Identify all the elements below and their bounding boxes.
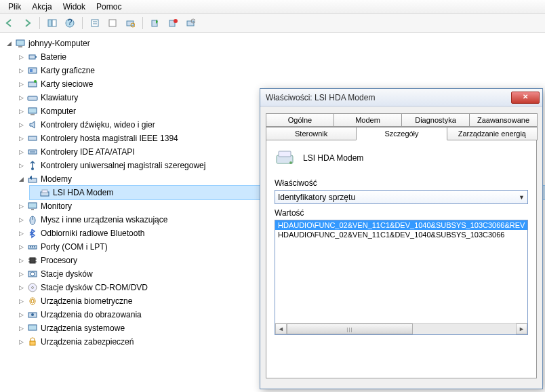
property-combo[interactable]: Identyfikatory sprzętu ▼: [275, 190, 528, 204]
tab[interactable]: Szczegóły: [356, 127, 447, 140]
expand-icon[interactable]: ▷: [18, 159, 24, 172]
tree-label: Modemy: [41, 173, 72, 185]
list-item[interactable]: HDAUDIO\FUNC_02&VEN_11C1&DEV_1040&SUBSYS…: [275, 220, 527, 230]
tree-node[interactable]: ▷Baterie: [18, 50, 545, 64]
dialog-title: Właściwości: LSI HDA Modem: [266, 93, 511, 102]
update-driver-icon[interactable]: [106, 16, 119, 30]
tab[interactable]: Diagnostyka: [401, 113, 470, 127]
value-label: Wartość: [275, 208, 528, 218]
expand-icon[interactable]: ▷: [18, 214, 24, 226]
device-category-icon: [27, 336, 38, 347]
properties-icon[interactable]: [88, 16, 102, 30]
menu-view[interactable]: Widok: [58, 1, 91, 13]
property-value: Identyfikatory sprzętu: [278, 193, 355, 202]
scroll-thumb[interactable]: |||: [287, 324, 413, 334]
svg-rect-7: [109, 20, 116, 26]
expand-icon[interactable]: ▷: [18, 105, 24, 117]
expand-icon[interactable]: ▷: [18, 336, 24, 348]
svg-point-12: [174, 19, 178, 23]
svg-point-22: [34, 80, 37, 83]
disable-icon[interactable]: [166, 16, 180, 30]
expand-icon[interactable]: ▷: [18, 295, 24, 307]
svg-point-40: [34, 246, 35, 248]
device-name: LSI HDA Modem: [303, 153, 363, 163]
tab[interactable]: Zarządzanie energią: [447, 127, 538, 140]
properties-dialog: Właściwości: LSI HDA Modem ✕ OgólneModem…: [260, 88, 543, 389]
device-category-icon: [27, 146, 38, 157]
tree-label: Karty graficzne: [41, 64, 95, 77]
expand-icon[interactable]: ▷: [18, 51, 24, 63]
scroll-track[interactable]: |||: [287, 324, 516, 334]
menu-action[interactable]: Akcja: [26, 1, 57, 13]
expand-icon[interactable]: ◢: [5, 37, 12, 50]
tab[interactable]: Zaawansowane: [469, 113, 538, 127]
svg-rect-20: [30, 69, 33, 72]
menu-help[interactable]: Pomoc: [91, 1, 127, 13]
svg-text:?: ?: [68, 18, 73, 27]
svg-rect-1: [52, 20, 56, 26]
tree-label: Baterie: [41, 51, 66, 63]
enable-icon[interactable]: [148, 16, 162, 30]
scroll-right-button[interactable]: ►: [516, 324, 527, 334]
tree-label: LSI HDA Modem: [53, 187, 113, 199]
expand-icon[interactable]: ▷: [18, 119, 24, 131]
forward-icon[interactable]: [20, 16, 34, 30]
svg-rect-34: [31, 209, 34, 210]
tree-label: Urządzenia biometryczne: [41, 295, 132, 307]
device-category-icon: [27, 79, 38, 90]
expand-icon[interactable]: ▷: [18, 241, 24, 253]
expand-icon[interactable]: ▷: [18, 281, 24, 294]
close-button[interactable]: ✕: [511, 92, 540, 104]
device-category-icon: [27, 241, 38, 252]
svg-rect-54: [28, 325, 37, 330]
device-category-icon: [27, 282, 38, 293]
expand-icon[interactable]: ◢: [18, 173, 24, 185]
expand-icon[interactable]: ▷: [18, 200, 24, 212]
tree-label: Kontrolery dźwięku, wideo i gier: [41, 119, 155, 131]
svg-rect-18: [35, 56, 37, 58]
device-category-icon: [27, 214, 38, 225]
tree-label: Kontrolery IDE ATA/ATAPI: [41, 146, 135, 158]
tree-root[interactable]: ◢ johnyy-Komputer: [5, 37, 545, 50]
value-listbox[interactable]: HDAUDIO\FUNC_02&VEN_11C1&DEV_1040&SUBSYS…: [275, 220, 528, 335]
svg-rect-21: [28, 82, 37, 87]
expand-icon[interactable]: ▷: [18, 268, 24, 280]
back-icon[interactable]: [3, 16, 16, 30]
expand-icon[interactable]: ▷: [18, 132, 24, 144]
tree-label: Monitory: [41, 200, 72, 212]
expand-icon[interactable]: ▷: [18, 78, 24, 90]
svg-rect-32: [42, 190, 47, 193]
tab[interactable]: Sterownik: [266, 127, 357, 140]
help-icon[interactable]: ?: [63, 16, 77, 30]
scan-hardware-icon[interactable]: [123, 16, 137, 30]
tree-label: Kontrolery uniwersalnej magistrali szere…: [41, 159, 205, 172]
expand-icon[interactable]: ▷: [18, 322, 24, 334]
modem-device-icon: [39, 187, 50, 198]
tab-container: OgólneModemDiagnostykaZaawansowane Stero…: [266, 113, 537, 378]
dialog-titlebar[interactable]: Właściwości: LSI HDA Modem ✕: [260, 89, 542, 106]
device-category-icon: [27, 269, 38, 279]
uninstall-icon[interactable]: [184, 16, 197, 30]
horizontal-scrollbar[interactable]: ◄ ||| ►: [275, 323, 527, 334]
show-hide-tree-icon[interactable]: [45, 16, 59, 30]
svg-rect-30: [28, 178, 37, 182]
expand-icon[interactable]: ▷: [18, 309, 24, 321]
svg-rect-23: [28, 96, 37, 100]
tab[interactable]: Ogólne: [266, 113, 334, 127]
expand-icon[interactable]: ▷: [18, 64, 24, 77]
expand-icon[interactable]: ▷: [18, 227, 24, 239]
expand-icon[interactable]: ▷: [18, 92, 24, 104]
computer-icon: [15, 38, 26, 49]
svg-rect-17: [29, 55, 35, 59]
tab[interactable]: Modem: [334, 113, 402, 127]
expand-icon[interactable]: ▷: [18, 254, 24, 267]
menu-file[interactable]: Plik: [3, 1, 26, 13]
device-category-icon: [27, 65, 38, 76]
tree-node[interactable]: ▷Karty graficzne: [18, 64, 545, 77]
device-category-icon: [27, 174, 38, 184]
tree-label: Stacje dysków CD-ROM/DVD: [41, 281, 148, 294]
svg-point-29: [31, 168, 34, 170]
scroll-left-button[interactable]: ◄: [275, 324, 287, 334]
expand-icon[interactable]: ▷: [18, 146, 24, 158]
list-item[interactable]: HDAUDIO\FUNC_02&VEN_11C1&DEV_1040&SUBSYS…: [275, 230, 527, 239]
